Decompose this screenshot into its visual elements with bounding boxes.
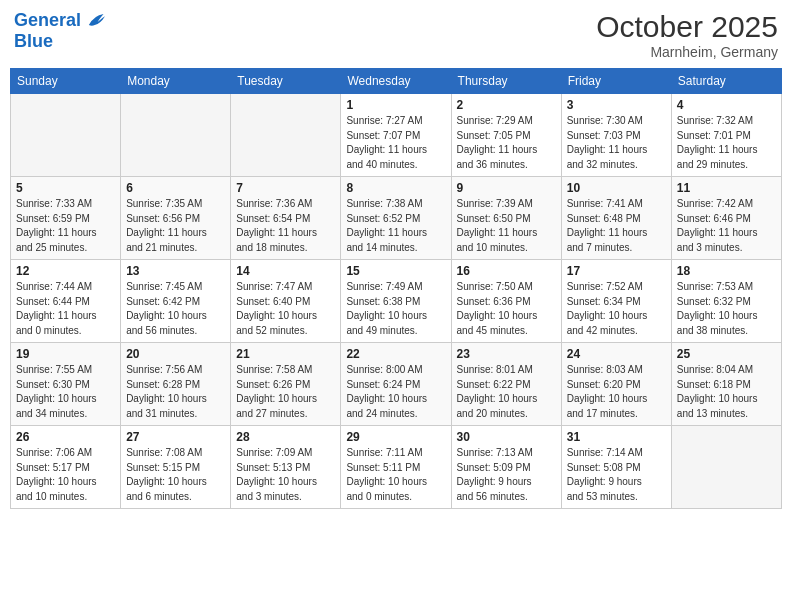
day-info: Sunrise: 7:08 AMSunset: 5:15 PMDaylight:… (126, 446, 225, 504)
day-number: 18 (677, 264, 776, 278)
day-number: 14 (236, 264, 335, 278)
calendar-cell: 30Sunrise: 7:13 AMSunset: 5:09 PMDayligh… (451, 426, 561, 509)
day-info: Sunrise: 8:01 AMSunset: 6:22 PMDaylight:… (457, 363, 556, 421)
day-info: Sunrise: 8:00 AMSunset: 6:24 PMDaylight:… (346, 363, 445, 421)
day-info: Sunrise: 7:06 AMSunset: 5:17 PMDaylight:… (16, 446, 115, 504)
day-number: 17 (567, 264, 666, 278)
day-info: Sunrise: 8:04 AMSunset: 6:18 PMDaylight:… (677, 363, 776, 421)
weekday-header-thursday: Thursday (451, 69, 561, 94)
calendar-cell: 21Sunrise: 7:58 AMSunset: 6:26 PMDayligh… (231, 343, 341, 426)
day-info: Sunrise: 7:32 AMSunset: 7:01 PMDaylight:… (677, 114, 776, 172)
day-info: Sunrise: 7:36 AMSunset: 6:54 PMDaylight:… (236, 197, 335, 255)
day-number: 12 (16, 264, 115, 278)
calendar-cell: 8Sunrise: 7:38 AMSunset: 6:52 PMDaylight… (341, 177, 451, 260)
calendar-cell: 19Sunrise: 7:55 AMSunset: 6:30 PMDayligh… (11, 343, 121, 426)
weekday-header-sunday: Sunday (11, 69, 121, 94)
day-number: 26 (16, 430, 115, 444)
day-number: 31 (567, 430, 666, 444)
logo-text: General (14, 11, 81, 31)
day-info: Sunrise: 7:11 AMSunset: 5:11 PMDaylight:… (346, 446, 445, 504)
calendar-cell: 20Sunrise: 7:56 AMSunset: 6:28 PMDayligh… (121, 343, 231, 426)
calendar-cell: 17Sunrise: 7:52 AMSunset: 6:34 PMDayligh… (561, 260, 671, 343)
weekday-header-monday: Monday (121, 69, 231, 94)
day-info: Sunrise: 7:27 AMSunset: 7:07 PMDaylight:… (346, 114, 445, 172)
calendar-cell: 23Sunrise: 8:01 AMSunset: 6:22 PMDayligh… (451, 343, 561, 426)
day-number: 19 (16, 347, 115, 361)
day-number: 30 (457, 430, 556, 444)
calendar-cell: 28Sunrise: 7:09 AMSunset: 5:13 PMDayligh… (231, 426, 341, 509)
calendar-cell: 16Sunrise: 7:50 AMSunset: 6:36 PMDayligh… (451, 260, 561, 343)
day-info: Sunrise: 7:47 AMSunset: 6:40 PMDaylight:… (236, 280, 335, 338)
calendar-cell: 24Sunrise: 8:03 AMSunset: 6:20 PMDayligh… (561, 343, 671, 426)
day-info: Sunrise: 7:55 AMSunset: 6:30 PMDaylight:… (16, 363, 115, 421)
day-number: 29 (346, 430, 445, 444)
day-info: Sunrise: 7:45 AMSunset: 6:42 PMDaylight:… (126, 280, 225, 338)
day-number: 7 (236, 181, 335, 195)
page-header: General Blue October 2025 Marnheim, Germ… (10, 10, 782, 60)
calendar-cell (121, 94, 231, 177)
weekday-header-friday: Friday (561, 69, 671, 94)
day-info: Sunrise: 7:44 AMSunset: 6:44 PMDaylight:… (16, 280, 115, 338)
day-number: 10 (567, 181, 666, 195)
day-number: 13 (126, 264, 225, 278)
calendar-week-row: 1Sunrise: 7:27 AMSunset: 7:07 PMDaylight… (11, 94, 782, 177)
day-number: 1 (346, 98, 445, 112)
day-info: Sunrise: 7:58 AMSunset: 6:26 PMDaylight:… (236, 363, 335, 421)
title-block: October 2025 Marnheim, Germany (596, 10, 778, 60)
logo: General Blue (14, 10, 105, 52)
day-info: Sunrise: 7:14 AMSunset: 5:08 PMDaylight:… (567, 446, 666, 504)
weekday-header-tuesday: Tuesday (231, 69, 341, 94)
calendar-cell: 11Sunrise: 7:42 AMSunset: 6:46 PMDayligh… (671, 177, 781, 260)
day-info: Sunrise: 7:56 AMSunset: 6:28 PMDaylight:… (126, 363, 225, 421)
day-info: Sunrise: 7:35 AMSunset: 6:56 PMDaylight:… (126, 197, 225, 255)
calendar-cell: 4Sunrise: 7:32 AMSunset: 7:01 PMDaylight… (671, 94, 781, 177)
day-number: 24 (567, 347, 666, 361)
weekday-header-row: SundayMondayTuesdayWednesdayThursdayFrid… (11, 69, 782, 94)
calendar-week-row: 19Sunrise: 7:55 AMSunset: 6:30 PMDayligh… (11, 343, 782, 426)
day-number: 5 (16, 181, 115, 195)
day-info: Sunrise: 7:33 AMSunset: 6:59 PMDaylight:… (16, 197, 115, 255)
calendar-cell: 6Sunrise: 7:35 AMSunset: 6:56 PMDaylight… (121, 177, 231, 260)
calendar-week-row: 12Sunrise: 7:44 AMSunset: 6:44 PMDayligh… (11, 260, 782, 343)
day-info: Sunrise: 7:38 AMSunset: 6:52 PMDaylight:… (346, 197, 445, 255)
calendar-cell: 27Sunrise: 7:08 AMSunset: 5:15 PMDayligh… (121, 426, 231, 509)
day-info: Sunrise: 7:53 AMSunset: 6:32 PMDaylight:… (677, 280, 776, 338)
day-number: 27 (126, 430, 225, 444)
day-info: Sunrise: 7:13 AMSunset: 5:09 PMDaylight:… (457, 446, 556, 504)
day-number: 25 (677, 347, 776, 361)
calendar-week-row: 5Sunrise: 7:33 AMSunset: 6:59 PMDaylight… (11, 177, 782, 260)
day-info: Sunrise: 7:09 AMSunset: 5:13 PMDaylight:… (236, 446, 335, 504)
logo-bird-icon (83, 10, 105, 32)
day-number: 8 (346, 181, 445, 195)
day-number: 16 (457, 264, 556, 278)
calendar-cell (231, 94, 341, 177)
weekday-header-saturday: Saturday (671, 69, 781, 94)
day-number: 22 (346, 347, 445, 361)
calendar-cell: 31Sunrise: 7:14 AMSunset: 5:08 PMDayligh… (561, 426, 671, 509)
day-number: 6 (126, 181, 225, 195)
calendar-cell: 15Sunrise: 7:49 AMSunset: 6:38 PMDayligh… (341, 260, 451, 343)
day-number: 4 (677, 98, 776, 112)
day-number: 9 (457, 181, 556, 195)
calendar-cell (11, 94, 121, 177)
day-number: 2 (457, 98, 556, 112)
day-info: Sunrise: 7:41 AMSunset: 6:48 PMDaylight:… (567, 197, 666, 255)
day-info: Sunrise: 7:42 AMSunset: 6:46 PMDaylight:… (677, 197, 776, 255)
calendar-cell: 13Sunrise: 7:45 AMSunset: 6:42 PMDayligh… (121, 260, 231, 343)
calendar-table: SundayMondayTuesdayWednesdayThursdayFrid… (10, 68, 782, 509)
calendar-cell (671, 426, 781, 509)
calendar-cell: 12Sunrise: 7:44 AMSunset: 6:44 PMDayligh… (11, 260, 121, 343)
calendar-cell: 5Sunrise: 7:33 AMSunset: 6:59 PMDaylight… (11, 177, 121, 260)
day-number: 28 (236, 430, 335, 444)
day-info: Sunrise: 8:03 AMSunset: 6:20 PMDaylight:… (567, 363, 666, 421)
day-number: 15 (346, 264, 445, 278)
day-number: 3 (567, 98, 666, 112)
location: Marnheim, Germany (596, 44, 778, 60)
logo-blue-text: Blue (14, 32, 105, 52)
day-number: 11 (677, 181, 776, 195)
calendar-cell: 14Sunrise: 7:47 AMSunset: 6:40 PMDayligh… (231, 260, 341, 343)
day-info: Sunrise: 7:50 AMSunset: 6:36 PMDaylight:… (457, 280, 556, 338)
calendar-week-row: 26Sunrise: 7:06 AMSunset: 5:17 PMDayligh… (11, 426, 782, 509)
day-info: Sunrise: 7:49 AMSunset: 6:38 PMDaylight:… (346, 280, 445, 338)
calendar-cell: 3Sunrise: 7:30 AMSunset: 7:03 PMDaylight… (561, 94, 671, 177)
